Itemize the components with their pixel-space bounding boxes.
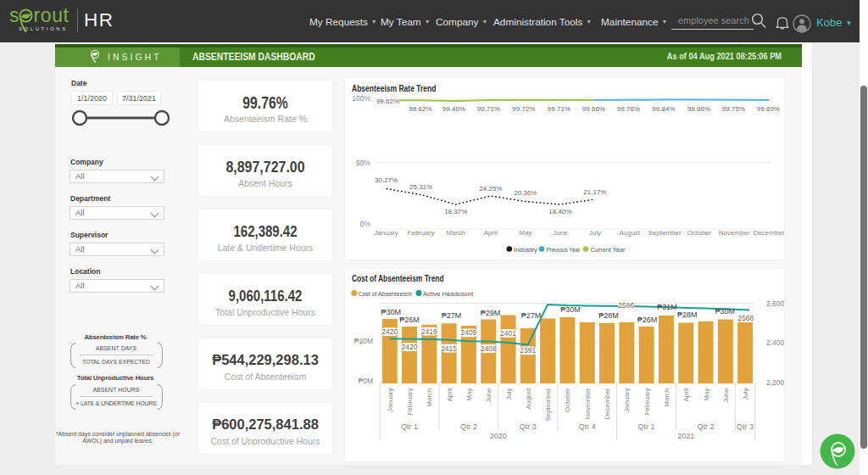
svg-text:99.72%: 99.72% xyxy=(512,105,535,113)
svg-text:November: November xyxy=(719,229,750,237)
svg-text:2021: 2021 xyxy=(677,432,694,440)
svg-text:50%: 50% xyxy=(356,159,370,167)
svg-text:August: August xyxy=(525,388,532,410)
svg-text:Qtr 2: Qtr 2 xyxy=(697,422,714,431)
svg-text:₱28M: ₱28M xyxy=(677,310,698,319)
svg-text:2409: 2409 xyxy=(460,328,476,337)
svg-text:18.37%: 18.37% xyxy=(444,208,467,215)
svg-text:99.75%: 99.75% xyxy=(722,105,745,113)
svg-text:₱27M: ₱27M xyxy=(521,311,542,320)
svg-text:Industry: Industry xyxy=(514,246,537,254)
svg-text:Active Headcount: Active Headcount xyxy=(423,290,474,298)
svg-text:₱30M: ₱30M xyxy=(560,305,581,314)
svg-text:₱27M: ₱27M xyxy=(442,311,462,320)
svg-text:April: April xyxy=(446,388,453,401)
svg-text:January: January xyxy=(387,388,394,412)
svg-text:2420: 2420 xyxy=(402,343,418,351)
svg-text:Qtr 3: Qtr 3 xyxy=(737,422,754,431)
svg-text:₱0M: ₱0M xyxy=(359,377,373,385)
svg-text:TOTAL DAYS EXPECTED: TOTAL DAYS EXPECTED xyxy=(82,359,150,365)
svg-text:Absenteeism Rate Trend: Absenteeism Rate Trend xyxy=(352,83,437,93)
svg-text:June: June xyxy=(485,388,492,403)
svg-text:May: May xyxy=(703,388,710,401)
svg-text:August: August xyxy=(619,229,641,237)
svg-text:99.71%: 99.71% xyxy=(548,105,570,113)
svg-text:December: December xyxy=(754,229,784,237)
svg-text:99.84%: 99.84% xyxy=(652,105,675,113)
svg-text:September: September xyxy=(544,388,552,421)
svg-text:July: July xyxy=(742,388,749,400)
svg-text:May: May xyxy=(465,388,473,401)
svg-text:99.69%: 99.69% xyxy=(757,105,780,113)
svg-text:30.27%: 30.27% xyxy=(375,176,398,184)
svg-text:20.36%: 20.36% xyxy=(514,189,537,197)
svg-text:₱26M: ₱26M xyxy=(399,316,420,324)
svg-text:₱29M: ₱29M xyxy=(481,309,501,317)
svg-text:February: February xyxy=(408,229,435,237)
svg-text:Qtr 4: Qtr 4 xyxy=(579,422,596,431)
svg-text:March: March xyxy=(447,229,465,237)
svg-text:₱30M: ₱30M xyxy=(381,308,401,316)
svg-text:2020: 2020 xyxy=(490,432,507,440)
svg-text:2420: 2420 xyxy=(381,327,398,336)
svg-text:2391: 2391 xyxy=(520,346,536,355)
svg-text:February: February xyxy=(643,388,651,416)
svg-text:June: June xyxy=(553,229,568,237)
svg-text:January: January xyxy=(374,229,398,237)
svg-text:2,600: 2,600 xyxy=(766,299,784,308)
svg-text:99.86%: 99.86% xyxy=(687,105,710,113)
svg-text:Cost of Absenteeism: Cost of Absenteeism xyxy=(359,290,413,298)
svg-text:May: May xyxy=(519,229,531,237)
svg-text:99.76%: 99.76% xyxy=(617,105,640,113)
svg-text:₱28M: ₱28M xyxy=(598,311,619,320)
svg-text:100%: 100% xyxy=(352,94,370,103)
svg-text:Cost of Absenteeism Trend: Cost of Absenteeism Trend xyxy=(352,273,444,283)
svg-text:0%: 0% xyxy=(360,220,371,228)
svg-text:ABSENT HOURS: ABSENT HOURS xyxy=(92,387,139,393)
svg-text:18.40%: 18.40% xyxy=(548,208,571,215)
svg-text:Qtr 2: Qtr 2 xyxy=(460,422,477,431)
svg-text:October: October xyxy=(687,229,712,237)
svg-text:February: February xyxy=(406,388,414,416)
svg-text:2568: 2568 xyxy=(737,314,754,322)
svg-text:March: March xyxy=(663,388,670,407)
svg-text:99.40%: 99.40% xyxy=(442,105,465,113)
svg-text:99.71%: 99.71% xyxy=(477,105,500,113)
svg-text:2415: 2415 xyxy=(441,344,457,353)
svg-text:21.17%: 21.17% xyxy=(583,188,606,196)
svg-text:October: October xyxy=(564,388,571,412)
svg-text:₱26M: ₱26M xyxy=(637,316,658,324)
svg-text:99.62%: 99.62% xyxy=(409,105,431,113)
svg-text:+ LATE & UNDERTIME HOURS: + LATE & UNDERTIME HOURS xyxy=(75,400,157,406)
svg-text:Current Year: Current Year xyxy=(591,246,626,254)
svg-text:SOLUTIONS: SOLUTIONS xyxy=(19,26,68,31)
svg-text:Qtr 1: Qtr 1 xyxy=(401,422,418,431)
svg-text:25.31%: 25.31% xyxy=(409,183,432,191)
svg-text:₱30M: ₱30M xyxy=(715,307,735,316)
svg-text:January: January xyxy=(623,388,631,412)
svg-text:₱20M: ₱20M xyxy=(354,337,373,345)
svg-text:April: April xyxy=(682,388,690,401)
svg-text:April: April xyxy=(484,229,498,237)
svg-text:December: December xyxy=(604,388,611,419)
svg-text:2419: 2419 xyxy=(421,327,437,336)
svg-text:24.25%: 24.25% xyxy=(479,185,502,193)
svg-text:September: September xyxy=(648,229,681,237)
svg-text:₱31M: ₱31M xyxy=(657,303,677,311)
svg-text:March: March xyxy=(426,388,433,407)
svg-text:November: November xyxy=(584,388,592,419)
svg-text:2586: 2586 xyxy=(618,301,634,310)
svg-text:2401: 2401 xyxy=(500,329,516,338)
svg-text:s: s xyxy=(9,4,19,26)
svg-text:2,200: 2,200 xyxy=(766,378,784,387)
svg-text:rout: rout xyxy=(34,4,70,26)
svg-text:99.66%: 99.66% xyxy=(582,105,605,113)
svg-text:ABSENT DAYS: ABSENT DAYS xyxy=(96,345,137,351)
svg-text:July: July xyxy=(505,388,513,400)
svg-text:99.62%: 99.62% xyxy=(376,98,399,105)
svg-text:2,400: 2,400 xyxy=(766,338,784,347)
svg-text:June: June xyxy=(722,388,730,403)
svg-text:2408: 2408 xyxy=(481,344,497,353)
svg-text:Previous Year: Previous Year xyxy=(547,246,581,254)
svg-text:Qtr 1: Qtr 1 xyxy=(638,422,655,431)
